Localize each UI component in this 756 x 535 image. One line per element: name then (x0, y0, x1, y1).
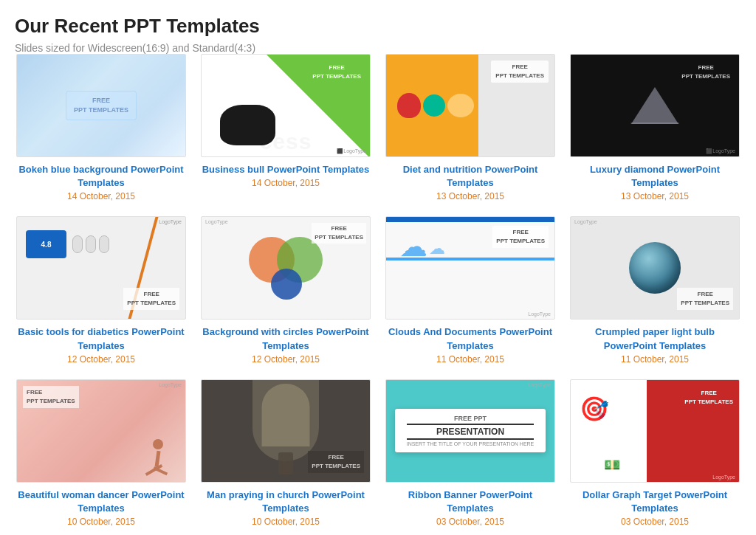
template-date-man-church: 10 October, 2015 (252, 517, 320, 527)
template-date-business-bull: 14 October, 2015 (252, 178, 320, 188)
template-title-man-church: Man praying in church PowerPoint Templat… (201, 489, 371, 515)
template-title-ribbon-banner: Ribbon Banner PowerPoint Templates (385, 489, 555, 515)
page-header: Our Recent PPT Templates Slides sized fo… (15, 15, 741, 54)
page-title: Our Recent PPT Templates (15, 15, 741, 38)
template-title-luxury-diamond: Luxury diamond PowerPoint Templates (570, 163, 740, 190)
template-title-crumpled-bulb: Crumpled paper light bulb PowerPoint Tem… (570, 325, 740, 352)
template-date-dollar-target: 03 October, 2015 (621, 517, 689, 527)
template-thumb-basic-tools-diabetics: 4.8 FREEPPT TEMPLATES LogoType (16, 216, 186, 320)
template-thumb-woman-dancer: FREEPPT TEMPLATES LogoType (16, 379, 186, 483)
template-card-clouds-documents[interactable]: ☁ ☁ FREEPPT TEMPLATES LogoTypeClouds And… (385, 216, 555, 364)
template-date-woman-dancer: 10 October, 2015 (67, 517, 135, 527)
template-date-bokeh-blue: 14 October, 2015 (67, 191, 135, 201)
template-title-clouds-documents: Clouds And Documents PowerPoint Template… (385, 325, 555, 352)
template-card-background-circles[interactable]: FREEPPT TEMPLATES LogoTypeBackground wit… (201, 216, 371, 364)
template-card-bokeh-blue[interactable]: FREEPPT TEMPLATES Bokeh blue background … (16, 54, 186, 201)
template-date-crumpled-bulb: 11 October, 2015 (621, 354, 689, 365)
template-title-business-bull: Business bull PowerPoint Templates (202, 163, 370, 176)
template-title-diet-nutrition: Diet and nutrition PowerPoint Templates (385, 163, 555, 190)
template-thumb-ribbon-banner: FREE PPT PRESENTATION INSERT THE TITLE O… (385, 379, 555, 483)
template-thumb-background-circles: FREEPPT TEMPLATES LogoType (201, 216, 371, 320)
template-card-woman-dancer[interactable]: FREEPPT TEMPLATES LogoTypeBeautiful woma… (16, 379, 186, 527)
template-title-background-circles: Background with circles PowerPoint Templ… (201, 325, 371, 352)
template-date-ribbon-banner: 03 October, 2015 (436, 517, 504, 527)
template-thumb-crumpled-bulb: FREEPPT TEMPLATES LogoType (570, 216, 740, 320)
template-date-background-circles: 12 October, 2015 (252, 354, 320, 365)
template-card-man-church[interactable]: FREEPPT TEMPLATESMan praying in church P… (201, 379, 371, 527)
template-thumb-dollar-target: 🎯 💵 FREEPPT TEMPLATES LogoType (570, 379, 740, 483)
template-thumb-bokeh-blue: FREEPPT TEMPLATES (16, 54, 186, 157)
template-card-dollar-target[interactable]: 🎯 💵 FREEPPT TEMPLATES LogoTypeDollar Gra… (570, 379, 740, 527)
page-subtitle: Slides sized for Widescreen(16:9) and St… (15, 42, 741, 54)
template-thumb-luxury-diamond: FREEPPT TEMPLATES ⬛LogoType (570, 54, 740, 157)
template-date-basic-tools-diabetics: 12 October, 2015 (67, 354, 135, 365)
template-title-bokeh-blue: Bokeh blue background PowerPoint Templat… (16, 163, 186, 190)
template-card-luxury-diamond[interactable]: FREEPPT TEMPLATES ⬛LogoTypeLuxury diamon… (570, 54, 740, 201)
template-card-crumpled-bulb[interactable]: FREEPPT TEMPLATES LogoTypeCrumpled paper… (570, 216, 740, 364)
template-card-ribbon-banner[interactable]: FREE PPT PRESENTATION INSERT THE TITLE O… (385, 379, 555, 527)
template-thumb-business-bull: FREEPPT TEMPLATES cess ⬛LogoType (201, 54, 371, 157)
template-card-business-bull[interactable]: FREEPPT TEMPLATES cess ⬛LogoTypeBusiness… (201, 54, 371, 201)
template-thumb-man-church: FREEPPT TEMPLATES (201, 379, 371, 483)
template-title-basic-tools-diabetics: Basic tools for diabetics PowerPoint Tem… (16, 325, 186, 352)
template-title-woman-dancer: Beautiful woman dancer PowerPoint Templa… (16, 489, 186, 515)
template-title-dollar-target: Dollar Graph Target PowerPoint Templates (570, 489, 740, 515)
template-date-diet-nutrition: 13 October, 2015 (436, 191, 504, 201)
template-card-diet-nutrition[interactable]: FREEPPT TEMPLATESDiet and nutrition Powe… (385, 54, 555, 201)
template-date-luxury-diamond: 13 October, 2015 (621, 191, 689, 201)
template-date-clouds-documents: 11 October, 2015 (436, 354, 504, 365)
template-grid: FREEPPT TEMPLATES Bokeh blue background … (16, 54, 740, 527)
template-card-basic-tools-diabetics[interactable]: 4.8 FREEPPT TEMPLATES LogoTypeBasic tool… (16, 216, 186, 364)
template-thumb-diet-nutrition: FREEPPT TEMPLATES (385, 54, 555, 157)
template-thumb-clouds-documents: ☁ ☁ FREEPPT TEMPLATES LogoType (385, 216, 555, 320)
